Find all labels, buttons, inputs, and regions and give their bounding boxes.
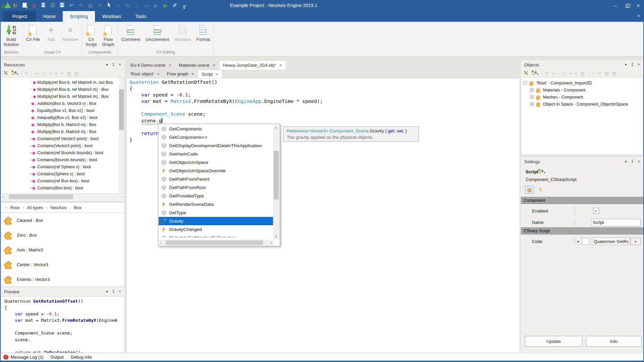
intellisense-item-getprovidedtype[interactable]: GetProvidedType	[159, 192, 273, 200]
close-tab-icon[interactable]: ×	[279, 63, 282, 68]
ribbon-button-remove[interactable]: × Remove	[59, 22, 81, 42]
tree-item-contains-vector3-point-bool[interactable]: ≡◆ Contains(Vector3 point) : bool	[1, 142, 124, 149]
toolbar-button-new-resource[interactable]: ★	[21, 2, 28, 9]
menu-tab-windows[interactable]: Windows	[95, 11, 128, 22]
toolbar-button-new-d[interactable]: ▢	[562, 71, 566, 76]
restore-button[interactable]	[621, 0, 633, 11]
tree-item-multiply-box-b-matrix4-m-box[interactable]: ◆◇ Multiply(Box b, Matrix4 m) : Box	[1, 128, 124, 135]
editor-tab-root-object[interactable]: 'Root object' ×	[126, 70, 163, 78]
toolbar-button-rename-d[interactable]: ▯	[55, 71, 57, 76]
objects-tree[interactable]: − 'Root' - Component_Import3D + Material…	[521, 77, 643, 155]
code-dropdown-button[interactable]: ▾	[630, 238, 641, 245]
tree-item-inequality-box-v1-box-v2-bool[interactable]: ◆◇ Inequality(Box v1, Box v2) : bool	[1, 114, 124, 121]
panel-menu-icon[interactable]: ▾	[106, 289, 108, 294]
ribbon-button-format[interactable]: Format	[194, 22, 213, 42]
toolbar-button-move-tool[interactable]: +	[115, 2, 121, 9]
toolbar-button-down-d[interactable]: ↓	[593, 71, 595, 76]
toolbar-button-types-colored[interactable]: ▾	[532, 70, 539, 76]
scroll-left-icon[interactable]: ‹	[160, 240, 162, 245]
pin-icon[interactable]: ↧	[112, 289, 115, 294]
tree-item-addition-box-b-vector3-v-box[interactable]: ◆◇ Addition(Box b, Vector3 v) : Box	[1, 100, 124, 107]
close-icon[interactable]: ×	[119, 62, 121, 67]
close-tab-icon[interactable]: ×	[169, 63, 171, 68]
scroll-right-icon[interactable]: ›	[271, 240, 272, 245]
collapse-ribbon-icon[interactable]: ∧	[637, 13, 640, 18]
intellisense-item-getcomponents[interactable]: GetComponents	[159, 125, 273, 133]
toolbar-button-dup-d[interactable]: ▤	[605, 71, 609, 76]
toolbar-button-cut-d[interactable]: ✂	[598, 71, 602, 76]
toolbar-button-paste-d[interactable]: ▥	[74, 71, 78, 76]
tree-item-multiply-ref-box-b-ref-matrix4-m-out-box[interactable]: ⋮◆ Multiply(ref Box b, ref Matrix4 m, ou…	[1, 79, 124, 86]
toolbar-button-folder-d[interactable]: ▭	[35, 71, 39, 76]
intellisense-item-getpathfromroot[interactable]: GetPathFromRoot	[159, 183, 273, 192]
toolbar-button-rotate-tool[interactable]: ↻	[125, 2, 131, 9]
intellisense-item-getdisplaydevelopmentdatainthisapplication[interactable]: GetDisplayDevelopmentDataInThisApplicati…	[159, 141, 273, 150]
document-tab-heavy-jumpgate-jg4-obj[interactable]: Heavy-JumpGate_JG4.obj* ×	[219, 60, 286, 70]
expander-icon[interactable]: +	[530, 95, 534, 99]
toolbar-button-import[interactable]: ⇊	[31, 2, 37, 9]
info-button[interactable]: Info	[586, 336, 642, 347]
tree-item-multiply-ref-box-b-ref-matrix3-m-box[interactable]: ⋮◆ Multiply(ref Box b, ref Matrix3 m) : …	[1, 86, 124, 93]
toolbar-button-save-as[interactable]	[59, 2, 65, 9]
name-field[interactable]	[591, 219, 641, 226]
ribbon-button-c-script[interactable]: ★ C# Script	[83, 22, 100, 47]
ribbon-button-flow-graph[interactable]: ★ Flow Graph	[100, 22, 117, 47]
pin-icon[interactable]: ↧	[631, 62, 634, 67]
toolbar-button-play[interactable]: ▶	[162, 2, 168, 9]
tab-properties[interactable]: ▤	[525, 186, 534, 194]
type-members-list[interactable]: Cleared : Box Zero : Box Axis : Matrix3 …	[1, 213, 124, 287]
close-tab-icon[interactable]: ×	[157, 71, 160, 76]
toolbar-button-customize[interactable]: ▾	[181, 2, 187, 9]
menu-tab-tools[interactable]: Tools	[128, 11, 153, 22]
up-level-icon[interactable]: ↑	[5, 205, 7, 210]
close-tab-icon[interactable]: ×	[213, 63, 215, 68]
toolbar-button-folder-d[interactable]: ▭	[551, 71, 555, 76]
toolbar-button-app-logo[interactable]	[3, 2, 9, 9]
toolbar-button-del-d[interactable]: ×	[569, 70, 572, 76]
member-item-center-vector3[interactable]: Center : Vector3	[1, 257, 124, 272]
scroll-left-icon[interactable]: ‹	[2, 194, 3, 199]
panel-menu-icon[interactable]: ▾	[625, 159, 627, 164]
tree-item-equality-box-v1-box-v2-bool[interactable]: ◆◇ Equality(Box v1, Box v2) : bool	[1, 107, 124, 114]
toolbar-button-paste[interactable]: ▤	[87, 2, 93, 9]
enabled-checkbox[interactable]: ✓	[593, 208, 599, 214]
intellisense-item-gravity[interactable]: Gravity	[159, 217, 273, 225]
panel-menu-icon[interactable]: ▾	[106, 62, 108, 67]
code-preview-box[interactable]	[582, 238, 589, 245]
toolbar-button-undo[interactable]: ↶	[68, 2, 74, 9]
scroll-down-icon[interactable]: ∨	[275, 235, 277, 238]
expander-icon[interactable]: −	[523, 81, 527, 85]
scrollbar-thumb[interactable]	[274, 151, 279, 199]
intellisense-item-gettype[interactable]: GetType	[159, 208, 273, 217]
document-tab-materials-scene[interactable]: Materials.scene ×	[175, 60, 219, 70]
pin-icon[interactable]: ↧	[112, 62, 115, 67]
pin-icon[interactable]: ↧	[631, 159, 634, 164]
scrollbar-thumb[interactable]	[119, 89, 124, 130]
horizontal-scrollbar[interactable]: ‹ ›	[1, 194, 124, 200]
ribbon-button-build-solution[interactable]: 011001 Build Solution	[1, 22, 22, 47]
close-tab-icon[interactable]: ×	[192, 71, 194, 76]
member-item-axis-matrix3[interactable]: Axis : Matrix3	[1, 242, 124, 257]
code-field[interactable]	[592, 238, 630, 245]
vertical-scrollbar[interactable]	[119, 78, 124, 193]
tree-item-materials-component[interactable]: + Materials - Component	[521, 86, 643, 94]
intellisense-item-getcomponents[interactable]: GetComponents<>	[159, 133, 273, 141]
member-item-extents-vector3[interactable]: Extents : Vector3	[1, 272, 124, 287]
toolbar-button-transform-tool[interactable]: ▱	[144, 2, 150, 9]
toolbar-button-tools-colored[interactable]	[523, 70, 529, 76]
toolbar-button-new-d[interactable]: ▢	[42, 71, 46, 76]
toolbar-button-copy-d[interactable]: ▤	[67, 71, 71, 76]
minimize-button[interactable]: –	[610, 0, 621, 11]
panel-menu-icon[interactable]: ▾	[625, 62, 627, 67]
tree-item-contains-sphere-s-bool[interactable]: ≡◆ Contains(Sphere s) : bool	[1, 170, 124, 177]
editor-tab-script[interactable]: Script ×	[198, 70, 222, 78]
toolbar-button-edit-d[interactable]: ✎	[25, 71, 29, 76]
ribbon-button-uncomment[interactable]: ← Uncomment	[143, 22, 172, 42]
tab-events[interactable]: ϟ	[536, 186, 544, 194]
ribbon-button-rename[interactable]: Rename	[172, 22, 194, 42]
toolbar-button-save[interactable]	[40, 2, 46, 9]
toolbar-button-scale-tool[interactable]: ↕	[134, 2, 140, 9]
document-tab-sci-fi-demo-scene[interactable]: Sci-fi Demo.scene ×	[126, 60, 175, 70]
tree-item-contains-ref-box-box-bool[interactable]: ≡◆ Contains(ref Box box) : bool	[1, 177, 124, 184]
close-icon[interactable]: ×	[638, 159, 640, 164]
